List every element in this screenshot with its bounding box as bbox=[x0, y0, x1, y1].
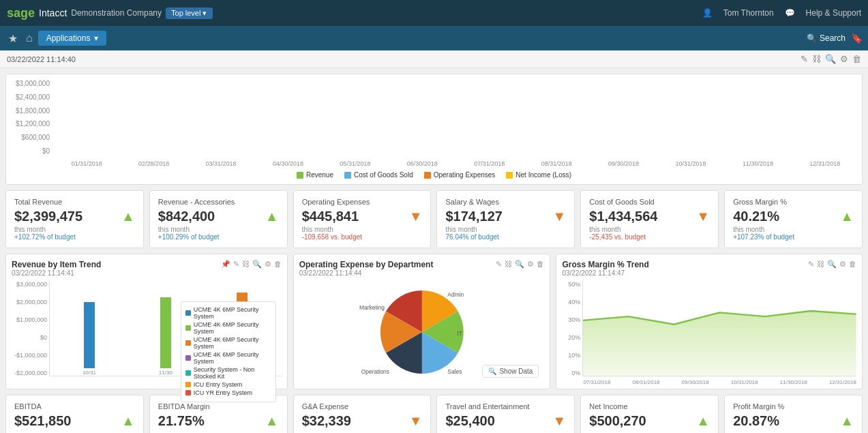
legend-label-revenue: Revenue bbox=[306, 171, 333, 179]
ebitda-arrow-2: ▼ bbox=[409, 413, 423, 429]
show-data-button[interactable]: 🔍 Show Data bbox=[482, 365, 539, 378]
kpi-value-row-5: 40.21% ▲ bbox=[733, 209, 854, 224]
kpi-sub-0: this month bbox=[14, 226, 135, 233]
edit-icon-r[interactable]: ✎ bbox=[233, 260, 239, 269]
ebitda-arrow-0: ▲ bbox=[121, 413, 135, 429]
kpi-row: Total Revenue $2,399,475 ▲ this month +1… bbox=[5, 190, 863, 248]
delete-icon-p[interactable]: 🗑 bbox=[537, 260, 544, 269]
kpi-budget-3: 76.04% of budget bbox=[445, 233, 566, 241]
link-icon-r[interactable]: ⛓ bbox=[242, 260, 250, 269]
search-button[interactable]: 🔍 Search bbox=[807, 33, 845, 43]
leg-row-6: ICU YR Entry System bbox=[185, 389, 271, 396]
x-label-11: 11/30/2018 bbox=[743, 160, 773, 167]
y-label-3: $1,200,000 bbox=[12, 120, 50, 128]
x-label-1: 01/31/2018 bbox=[72, 160, 102, 167]
ebitda-value-row-5: 20.87% ▲ bbox=[733, 413, 854, 429]
top-bar: sage Intacct Demonstration Company Top l… bbox=[0, 0, 868, 26]
link-icon[interactable]: ⛓ bbox=[812, 54, 821, 64]
gmy0: 50% bbox=[562, 281, 580, 288]
op-expense-date: 03/22/2022 11:14:44 bbox=[299, 269, 545, 277]
kpi-budget-0: +102.72% of budget bbox=[14, 233, 135, 241]
top-bar-right: 👤 Tom Thornton 💬 Help & Support bbox=[702, 8, 861, 18]
top-bar-left: sage Intacct Demonstration Company Top l… bbox=[7, 6, 213, 20]
legend-cogs: Cost of Goods Sold bbox=[344, 171, 413, 179]
link-icon-g[interactable]: ⛓ bbox=[817, 260, 824, 269]
kpi-sub-2: this month bbox=[302, 226, 423, 233]
kpi-value-row-4: $1,434,564 ▼ bbox=[589, 209, 710, 224]
edit-icon-p[interactable]: ✎ bbox=[496, 260, 502, 269]
x-label-7: 07/31/2018 bbox=[474, 160, 505, 167]
settings-icon-p[interactable]: ⚙ bbox=[527, 260, 534, 269]
pin-icon[interactable]: 📌 bbox=[221, 260, 230, 269]
kpi-value-0: $2,399,475 bbox=[14, 209, 83, 224]
gm-y-labels: 50% 40% 30% 20% 10% 0% bbox=[562, 281, 582, 376]
edit-icon-g[interactable]: ✎ bbox=[808, 260, 814, 269]
kpi-value-row-3: $174,127 ▼ bbox=[445, 209, 566, 224]
ebitda-arrow-1: ▲ bbox=[265, 413, 279, 429]
top-level-badge[interactable]: Top level ▾ bbox=[166, 8, 212, 19]
gm-x-labels: 07/31/2018 08/31/2018 09/30/2018 10/31/2… bbox=[583, 379, 856, 385]
kpi-value-3: $174,127 bbox=[445, 209, 502, 224]
star-icon[interactable]: ★ bbox=[5, 32, 20, 45]
y-axis-labels: $3,000,000 $2,400,000 $1,800,000 $1,200,… bbox=[12, 80, 53, 155]
zoom-icon[interactable]: 🔍 bbox=[825, 54, 836, 64]
kpi-value-2: $445,841 bbox=[302, 209, 359, 224]
legend-revenue: Revenue bbox=[297, 171, 333, 179]
x-label-8: 08/31/2018 bbox=[541, 160, 572, 167]
leg-color-2 bbox=[185, 340, 191, 346]
revenue-trend-card: 📌 ✎ ⛓ 🔍 ⚙ 🗑 Revenue by Item Trend 03/22/… bbox=[5, 254, 288, 389]
kpi-sub-5: this month bbox=[733, 226, 854, 233]
gmx0: 07/31/2018 bbox=[583, 379, 610, 385]
kpi-gross-margin: Gross Margin % 40.21% ▲ this month +107.… bbox=[724, 190, 863, 248]
gmx4: 11/30/2018 bbox=[780, 379, 807, 385]
applications-button[interactable]: Applications ▾ bbox=[38, 31, 107, 46]
pie-chart-container: Admin IT Sales Operations Marketing 🔍 Sh… bbox=[299, 281, 545, 383]
kpi-budget-5: +107.23% of budget bbox=[733, 233, 854, 241]
link-icon-p[interactable]: ⛓ bbox=[505, 260, 512, 269]
home-icon[interactable]: ⌂ bbox=[23, 32, 35, 44]
kpi-arrow-2: ▼ bbox=[409, 209, 423, 224]
gmx1: 08/31/2018 bbox=[632, 379, 659, 385]
leg-label-3: UCME 4K 6MP Security System bbox=[194, 351, 271, 365]
edit-icon[interactable]: ✎ bbox=[800, 54, 808, 64]
legend-dot-revenue bbox=[297, 172, 303, 179]
ebitda-title-1: EBITDA Margin bbox=[158, 402, 279, 410]
ebitda-arrow-3: ▼ bbox=[553, 413, 567, 429]
user-name[interactable]: Tom Thornton bbox=[723, 8, 774, 18]
search-icon-g[interactable]: 🔍 bbox=[827, 260, 837, 269]
gmx2: 09/30/2018 bbox=[682, 379, 709, 385]
settings-icon-g[interactable]: ⚙ bbox=[839, 260, 846, 269]
ebitda-arrow-4: ▲ bbox=[696, 413, 710, 429]
leg-label-2: UCME 4K 6MP Security System bbox=[194, 336, 271, 350]
ebitda-row: EBITDA $521,850 ▲ EBITDA Margin 21.75% ▲… bbox=[5, 395, 863, 433]
leg-color-4 bbox=[185, 370, 191, 376]
help-link[interactable]: Help & Support bbox=[806, 8, 861, 18]
delete-icon-g[interactable]: 🗑 bbox=[849, 260, 856, 269]
settings-icon[interactable]: ⚙ bbox=[840, 54, 848, 64]
kpi-ebitda: EBITDA $521,850 ▲ bbox=[5, 395, 144, 433]
delete-icon[interactable]: 🗑 bbox=[852, 54, 861, 64]
legend-label-opex: Operating Expenses bbox=[434, 171, 496, 179]
leg-row-1: UCME 4K 6MP Security System bbox=[185, 321, 271, 335]
y-label-4: $600,000 bbox=[12, 134, 50, 141]
toolbar-row: 03/22/2022 11:14:40 ✎ ⛓ 🔍 ⚙ 🗑 bbox=[0, 50, 868, 68]
search-icon-p[interactable]: 🔍 bbox=[515, 260, 524, 269]
bookmark-icon[interactable]: 🔖 bbox=[851, 33, 863, 44]
revenue-trend-date: 03/22/2022 11:14:41 bbox=[12, 269, 282, 277]
kpi-value-5: 40.21% bbox=[733, 209, 779, 224]
kpi-arrow-1: ▲ bbox=[265, 209, 279, 224]
sage-logo: sage bbox=[7, 6, 35, 20]
kpi-title-0: Total Revenue bbox=[14, 198, 135, 206]
settings-icon-r[interactable]: ⚙ bbox=[265, 260, 271, 269]
leg-color-1 bbox=[185, 325, 191, 331]
ebitda-title-3: Travel and Entertainment bbox=[445, 402, 566, 410]
search-icon-r[interactable]: 🔍 bbox=[252, 260, 262, 269]
delete-icon-r[interactable]: 🗑 bbox=[274, 260, 282, 269]
leg-label-4: Security System - Non Stocked Kit bbox=[194, 366, 271, 380]
legend-dot-cogs bbox=[344, 172, 351, 179]
gross-margin-card: ✎ ⛓ 🔍 ⚙ 🗑 Gross Margin % Trend 03/22/202… bbox=[556, 254, 863, 389]
ebitda-arrow-5: ▲ bbox=[840, 413, 854, 429]
x-label-2: 02/28/2018 bbox=[138, 160, 169, 167]
kpi-value-row-0: $2,399,475 ▲ bbox=[14, 209, 135, 224]
kpi-salary-wages: Salary & Wages $174,127 ▼ this month 76.… bbox=[436, 190, 575, 248]
